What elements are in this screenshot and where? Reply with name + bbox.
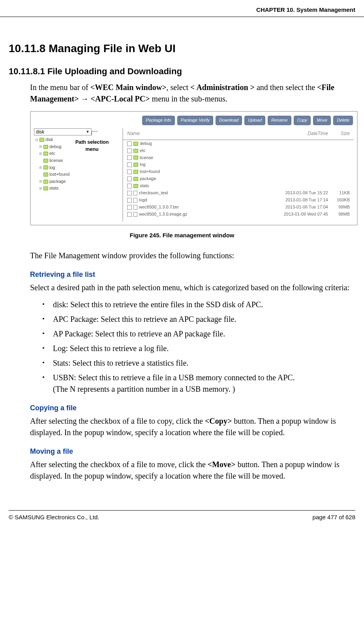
file-icon [133, 205, 137, 210]
file-name: checksum_test [139, 190, 269, 196]
col-datetime: DateTime [269, 130, 328, 137]
path-select-value: disk [36, 129, 44, 135]
text-frag: In the menu bar of [30, 83, 90, 92]
list-item[interactable]: log [123, 161, 354, 168]
folder-icon [133, 156, 138, 160]
list-text: Log: Select this to retrieve a log file. [53, 344, 169, 353]
file-size: 11KB [328, 190, 350, 196]
list-item[interactable]: wec8500_1.3.0.T.bin2013-01-08 Tue 17:049… [123, 204, 354, 211]
file-name: lost+found [140, 169, 350, 175]
list-item[interactable]: stats [123, 182, 354, 190]
tree-item[interactable]: ⊞stats [35, 185, 69, 192]
checkbox[interactable] [127, 205, 132, 210]
checkbox[interactable] [127, 155, 132, 160]
page-content: 10.11.8 Managing File in Web UI 10.11.8.… [0, 17, 364, 500]
folder-icon [43, 180, 48, 184]
tree-label: debug [49, 143, 62, 150]
file-icon [133, 198, 137, 203]
file-name: package [140, 176, 350, 182]
folder-icon [133, 163, 138, 167]
page-number: page 477 of 628 [313, 513, 355, 522]
bold-frag: <WEC Main window> [90, 83, 167, 92]
checkbox[interactable] [127, 162, 132, 167]
after-figure-paragraph: The File Management window provides the … [30, 250, 355, 261]
tree-item[interactable]: license [35, 157, 69, 164]
figure-file-management: Package Info Package Verify Download Upl… [30, 111, 358, 225]
list-item[interactable]: lost+found [123, 168, 354, 175]
annotation-label: Path selection menu [70, 139, 114, 153]
subhead-copying: Copying a file [30, 403, 355, 413]
package-info-button[interactable]: Package Info [142, 116, 174, 125]
section-major-title: Managing File in Web UI [49, 42, 176, 54]
checkbox[interactable] [127, 148, 132, 153]
list-item[interactable]: license [123, 154, 354, 162]
list-item: AP Package: Select this to retrieve an A… [43, 328, 355, 340]
file-name: debug [140, 141, 350, 147]
package-verify-button[interactable]: Package Verify [177, 116, 214, 125]
file-size: 99MB [328, 204, 350, 210]
tree-item[interactable]: ⊞debug [35, 143, 69, 150]
text-frag: menu in the sub-menus. [150, 94, 227, 103]
list-item[interactable]: package [123, 175, 354, 182]
list-item: Stats: Select this to retrieve a statist… [43, 357, 355, 369]
annotation-connector [92, 131, 98, 135]
folder-icon [39, 138, 44, 142]
checkbox[interactable] [127, 141, 132, 146]
checkbox[interactable] [127, 184, 132, 188]
folder-icon [133, 142, 138, 146]
rename-button[interactable]: Rename [268, 116, 291, 125]
list-item[interactable]: checksum_test2013-01-08 Tue 15:2211KB [123, 190, 354, 197]
intro-paragraph: In the menu bar of <WEC Main window>, se… [30, 82, 355, 105]
upload-button[interactable]: Upload [244, 116, 265, 125]
list-item[interactable]: logd2013-01-08 Tue 17:14160KB [123, 197, 354, 204]
text-frag: and then select the [255, 83, 317, 92]
retrieve-intro: Select a desired path in the path select… [30, 282, 355, 293]
file-datetime: 2013-01-08 Tue 17:14 [269, 197, 328, 203]
file-icon [133, 212, 137, 217]
folder-icon [43, 145, 48, 149]
text-frag: After selecting the checkbox of a file t… [30, 417, 205, 425]
tree-item[interactable]: ⊞etc [35, 150, 69, 157]
list-item: Log: Select this to retrieve a log file. [43, 343, 355, 354]
checkbox[interactable] [127, 177, 132, 181]
chevron-down-icon: ▼ [86, 129, 90, 135]
tree-label: log [49, 164, 55, 171]
tree-item[interactable]: lost+found [35, 171, 69, 178]
bold-frag: <Move> [208, 460, 236, 469]
file-name: wec8500_1.3.0.image.gz [139, 211, 269, 218]
file-name: license [140, 155, 350, 161]
page-footer: © SAMSUNG Electronics Co., Ltd. page 477… [9, 510, 355, 528]
tree-item[interactable]: ⊟disk [35, 136, 69, 143]
checkbox[interactable] [127, 169, 132, 174]
checkbox[interactable] [127, 212, 132, 217]
list-item[interactable]: wec8500_1.3.0.image.gz2013-01-09 Wed 07:… [123, 211, 354, 218]
tree-item[interactable]: ⊞package [35, 178, 69, 185]
tree-label: license [49, 157, 63, 164]
text-frag: , select [167, 83, 191, 92]
list-item[interactable]: debug [123, 140, 354, 147]
arrow-frag: → [79, 94, 91, 103]
page-header: CHAPTER 10. System Management [0, 0, 364, 17]
tree-label: stats [49, 185, 58, 192]
list-item[interactable]: etc [123, 147, 354, 154]
checkbox[interactable] [127, 191, 132, 195]
move-button[interactable]: Move [313, 116, 331, 125]
path-select-dropdown[interactable]: disk ▼ [34, 128, 92, 135]
folder-icon [43, 173, 48, 177]
file-name: stats [140, 183, 350, 189]
file-name: wec8500_1.3.0.T.bin [139, 204, 269, 210]
file-icon [133, 191, 137, 195]
folder-tree: ⊟disk ⊞debug ⊞etc license ⊞log lost+foun… [35, 136, 69, 192]
tree-item[interactable]: ⊞log [35, 164, 69, 171]
section-minor-heading: 10.11.8.1 File Uploading and Downloading [9, 65, 355, 78]
file-name: etc [140, 148, 350, 154]
delete-button[interactable]: Delete [333, 116, 353, 125]
text-frag: After selecting the checkbox of a file t… [30, 460, 208, 469]
list-text: AP Package: Select this to retrieve an A… [53, 329, 225, 338]
copyright-text: © SAMSUNG Electronics Co., Ltd. [9, 513, 99, 522]
download-button[interactable]: Download [216, 116, 242, 125]
bold-frag: <Copy> [205, 417, 232, 425]
tree-label: lost+found [49, 171, 69, 178]
copy-button[interactable]: Copy [294, 116, 311, 125]
checkbox[interactable] [127, 198, 132, 203]
